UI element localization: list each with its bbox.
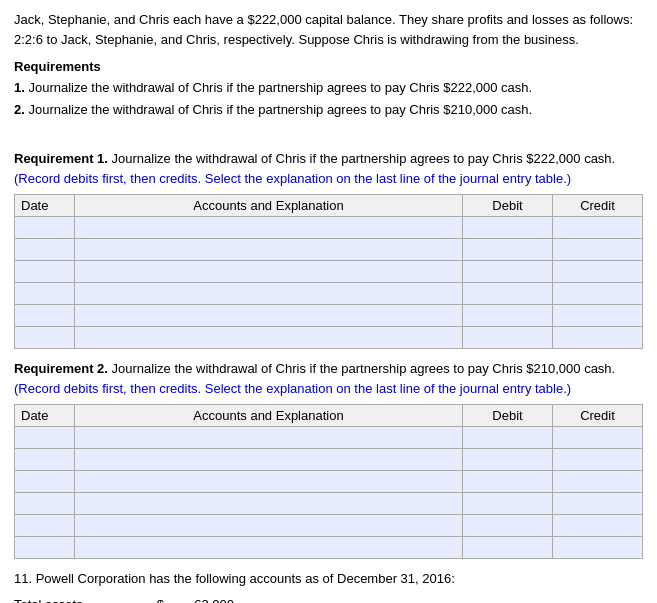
fin-amount-assets: 62,000	[164, 595, 234, 604]
req1-date-4[interactable]	[15, 283, 75, 305]
req2-date-5[interactable]	[15, 515, 75, 537]
req1-date-1[interactable]	[15, 217, 75, 239]
req2-acct-input-1[interactable]	[75, 427, 462, 448]
req1-date-input-4[interactable]	[15, 283, 74, 304]
req1-acct-2[interactable]	[75, 239, 463, 261]
req1-debit-6[interactable]	[463, 327, 553, 349]
req2-debit-input-2[interactable]	[463, 449, 552, 470]
req1-date-6[interactable]	[15, 327, 75, 349]
req1-credit-input-1[interactable]	[553, 217, 642, 238]
req1-acct-5[interactable]	[75, 305, 463, 327]
req2-date-2[interactable]	[15, 449, 75, 471]
req1-date-2[interactable]	[15, 239, 75, 261]
req2-acct-input-6[interactable]	[75, 537, 462, 558]
req2-date-input-3[interactable]	[15, 471, 74, 492]
req2-debit-2[interactable]	[463, 449, 553, 471]
req2-debit-input-4[interactable]	[463, 493, 552, 514]
req1-debit-input-2[interactable]	[463, 239, 552, 260]
req1-acct-4[interactable]	[75, 283, 463, 305]
req2-date-input-4[interactable]	[15, 493, 74, 514]
req2-credit-input-4[interactable]	[553, 493, 642, 514]
req2-date-4[interactable]	[15, 493, 75, 515]
req2-acct-input-3[interactable]	[75, 471, 462, 492]
req1-col-debit: Debit	[463, 195, 553, 217]
req2-debit-1[interactable]	[463, 427, 553, 449]
req1-acct-1[interactable]	[75, 217, 463, 239]
req2-text: Journalize the withdrawal of Chris if th…	[112, 361, 616, 376]
req1-acct-input-2[interactable]	[75, 239, 462, 260]
req2-credit-1[interactable]	[553, 427, 643, 449]
req2-debit-input-1[interactable]	[463, 427, 552, 448]
req2-credit-input-5[interactable]	[553, 515, 642, 536]
req2-debit-6[interactable]	[463, 537, 553, 559]
req1-acct-3[interactable]	[75, 261, 463, 283]
req2-date-input-1[interactable]	[15, 427, 74, 448]
req2-credit-4[interactable]	[553, 493, 643, 515]
req1-debit-4[interactable]	[463, 283, 553, 305]
req2-debit-input-6[interactable]	[463, 537, 552, 558]
req1-acct-6[interactable]	[75, 327, 463, 349]
req2-acct-input-5[interactable]	[75, 515, 462, 536]
req1-debit-3[interactable]	[463, 261, 553, 283]
req1-date-input-6[interactable]	[15, 327, 74, 348]
req1-credit-4[interactable]	[553, 283, 643, 305]
req1-acct-input-4[interactable]	[75, 283, 462, 304]
req1-debit-input-1[interactable]	[463, 217, 552, 238]
req1-credit-3[interactable]	[553, 261, 643, 283]
req1-credit-2[interactable]	[553, 239, 643, 261]
req1-date-input-5[interactable]	[15, 305, 74, 326]
req2-date-input-5[interactable]	[15, 515, 74, 536]
req2-date-6[interactable]	[15, 537, 75, 559]
req2-credit-2[interactable]	[553, 449, 643, 471]
req2-credit-input-3[interactable]	[553, 471, 642, 492]
req1-debit-2[interactable]	[463, 239, 553, 261]
req2-credit-input-6[interactable]	[553, 537, 642, 558]
req1-debit-5[interactable]	[463, 305, 553, 327]
req2-credit-3[interactable]	[553, 471, 643, 493]
req1-date-input-1[interactable]	[15, 217, 74, 238]
req2-date-input-2[interactable]	[15, 449, 74, 470]
req1-acct-input-3[interactable]	[75, 261, 462, 282]
req1-acct-input-6[interactable]	[75, 327, 462, 348]
req2-acct-2[interactable]	[75, 449, 463, 471]
req2-acct-input-4[interactable]	[75, 493, 462, 514]
req2-credit-6[interactable]	[553, 537, 643, 559]
req2-credit-input-1[interactable]	[553, 427, 642, 448]
req1-credit-input-6[interactable]	[553, 327, 642, 348]
req2-acct-4[interactable]	[75, 493, 463, 515]
req1-date-3[interactable]	[15, 261, 75, 283]
req1-debit-input-3[interactable]	[463, 261, 552, 282]
requirements-title: Requirements	[14, 59, 643, 74]
req1-acct-input-5[interactable]	[75, 305, 462, 326]
req1-credit-6[interactable]	[553, 327, 643, 349]
req2-acct-3[interactable]	[75, 471, 463, 493]
req1-debit-input-5[interactable]	[463, 305, 552, 326]
req2-debit-5[interactable]	[463, 515, 553, 537]
req2-date-3[interactable]	[15, 471, 75, 493]
req1-credit-input-2[interactable]	[553, 239, 642, 260]
req1-date-input-2[interactable]	[15, 239, 74, 260]
req1-date-input-3[interactable]	[15, 261, 74, 282]
req2-acct-1[interactable]	[75, 427, 463, 449]
req1-acct-input-1[interactable]	[75, 217, 462, 238]
req1-debit-input-4[interactable]	[463, 283, 552, 304]
req2-date-1[interactable]	[15, 427, 75, 449]
req1-credit-input-5[interactable]	[553, 305, 642, 326]
req1-debit-1[interactable]	[463, 217, 553, 239]
req1-credit-5[interactable]	[553, 305, 643, 327]
req2-debit-3[interactable]	[463, 471, 553, 493]
req2-debit-input-5[interactable]	[463, 515, 552, 536]
req1-credit-input-4[interactable]	[553, 283, 642, 304]
req2-date-input-6[interactable]	[15, 537, 74, 558]
req2-credit-input-2[interactable]	[553, 449, 642, 470]
req1-credit-1[interactable]	[553, 217, 643, 239]
req2-debit-input-3[interactable]	[463, 471, 552, 492]
req2-acct-input-2[interactable]	[75, 449, 462, 470]
req1-debit-input-6[interactable]	[463, 327, 552, 348]
req1-credit-input-3[interactable]	[553, 261, 642, 282]
req2-acct-5[interactable]	[75, 515, 463, 537]
req1-date-5[interactable]	[15, 305, 75, 327]
req2-acct-6[interactable]	[75, 537, 463, 559]
req2-credit-5[interactable]	[553, 515, 643, 537]
req2-debit-4[interactable]	[463, 493, 553, 515]
